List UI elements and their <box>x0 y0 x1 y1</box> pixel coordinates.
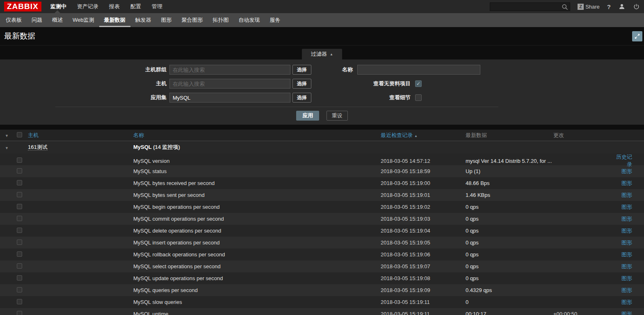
search-icon[interactable] <box>561 3 569 11</box>
table-row: MySQL bytes received per second 2018-03-… <box>0 177 644 189</box>
row-checkbox[interactable] <box>17 287 22 292</box>
filter-field-input[interactable] <box>169 79 290 89</box>
item-last-value: 0 qps <box>466 275 553 281</box>
top-nav-item[interactable]: 监测中 <box>50 3 66 10</box>
sub-nav-item[interactable]: 触发器 <box>130 13 156 27</box>
sub-nav-item[interactable]: 图形 <box>156 13 177 27</box>
reset-button[interactable]: 重设 <box>327 111 348 121</box>
item-last-value: 0 qps <box>466 216 553 222</box>
sub-nav-item[interactable]: 拓扑图 <box>208 13 234 27</box>
top-nav-item[interactable]: 管理 <box>152 3 162 10</box>
sub-nav-item[interactable]: 问题 <box>27 13 47 27</box>
name-filter-label: 名称 <box>311 66 357 73</box>
item-last-value: 0 qps <box>466 263 553 269</box>
item-last-check: 2018-03-05 15:19:09 <box>381 287 466 293</box>
row-checkbox[interactable] <box>17 275 22 281</box>
select-button[interactable]: 选择 <box>292 65 311 75</box>
item-history-link[interactable]: 图形 <box>621 204 632 210</box>
filter-field-input[interactable] <box>169 93 290 103</box>
table-row: MySQL version 2018-03-05 14:57:12 mysql … <box>0 153 644 165</box>
filter-divider <box>55 107 498 107</box>
item-history-link[interactable]: 图形 <box>621 287 632 293</box>
item-last-value: 0 qps <box>466 251 553 258</box>
item-history-link[interactable]: 图形 <box>621 192 632 198</box>
item-name: MySQL delete operations per second <box>133 228 381 234</box>
row-checkbox[interactable] <box>17 311 22 315</box>
show-details-checkbox[interactable]: ✓ <box>415 94 422 101</box>
item-last-check: 2018-03-05 15:18:59 <box>381 168 466 174</box>
top-nav-item[interactable]: 资产记录 <box>77 3 98 10</box>
sub-nav-item[interactable]: 概述 <box>47 13 68 27</box>
column-header-last-check[interactable]: 最近检查记录▲ <box>381 132 466 139</box>
item-history-link[interactable]: 图形 <box>621 275 632 281</box>
top-nav-item[interactable]: 配置 <box>130 3 141 10</box>
show-without-data-label: 查看无资料项目 <box>311 80 415 87</box>
active-menu-notch <box>55 10 60 13</box>
row-checkbox[interactable] <box>17 180 22 185</box>
sub-nav-item[interactable]: 聚合图形 <box>177 13 208 27</box>
filter-tab[interactable]: 过滤器 ▲ <box>302 49 342 59</box>
latest-data-table: ▼ 主机 名称 最近检查记录▲ 最新数据 更改 ▼ 161测试 MySQL (1… <box>0 130 644 315</box>
sub-nav-item[interactable]: 自动发现 <box>234 13 265 27</box>
item-history-link[interactable]: 图形 <box>621 216 632 222</box>
item-name: MySQL version <box>133 158 381 164</box>
filter-field-label: 主机 <box>55 80 169 87</box>
select-button[interactable]: 选择 <box>292 93 311 103</box>
search-input[interactable] <box>490 2 570 11</box>
sub-nav-item[interactable]: 服务 <box>265 13 285 27</box>
row-checkbox[interactable] <box>17 204 22 209</box>
item-history-link[interactable]: 图形 <box>621 311 632 315</box>
row-checkbox[interactable] <box>17 168 22 173</box>
top-nav-item[interactable]: 报表 <box>109 3 120 10</box>
row-checkbox[interactable] <box>17 263 22 269</box>
item-last-check: 2018-03-05 15:19:11 <box>381 299 466 305</box>
item-history-link[interactable]: 图形 <box>621 299 632 305</box>
item-last-check: 2018-03-05 15:19:11 <box>381 311 466 315</box>
item-history-link[interactable]: 图形 <box>621 251 632 258</box>
share-button[interactable]: Z Share <box>578 4 600 10</box>
item-last-check: 2018-03-05 15:19:02 <box>381 204 466 210</box>
sub-nav-item[interactable]: 仪表板 <box>1 13 27 27</box>
item-history-link[interactable]: 历史记录 <box>616 154 632 167</box>
item-history-link[interactable]: 图形 <box>621 263 632 269</box>
collapse-all-caret-icon[interactable]: ▼ <box>5 134 9 138</box>
filter-field-input[interactable] <box>169 65 290 75</box>
select-button[interactable]: 选择 <box>292 79 311 89</box>
table-row: MySQL bytes sent per second 2018-03-05 1… <box>0 189 644 201</box>
item-history-link[interactable]: 图形 <box>621 240 632 246</box>
table-row: MySQL delete operations per second 2018-… <box>0 225 644 237</box>
select-all-checkbox[interactable] <box>17 132 22 137</box>
column-header-host[interactable]: 主机 <box>28 132 133 139</box>
sub-nav-item[interactable]: 最新数据 <box>99 13 130 27</box>
item-history-link[interactable]: 图形 <box>621 168 632 174</box>
logout-button[interactable] <box>633 3 640 10</box>
host-link[interactable]: 161测试 <box>28 144 48 151</box>
help-button[interactable]: ? <box>607 3 611 10</box>
user-profile-button[interactable] <box>618 3 626 10</box>
fullscreen-button[interactable] <box>632 31 642 41</box>
filter-tab-row: 过滤器 ▲ <box>0 46 644 59</box>
item-last-value: 0 <box>466 299 553 305</box>
collapse-arrow-icon: ▲ <box>330 52 333 56</box>
row-checkbox[interactable] <box>17 192 22 197</box>
row-checkbox[interactable] <box>17 251 22 257</box>
filter-field-label: 应用集 <box>55 94 169 101</box>
item-last-value: 00:10:17 <box>466 311 553 315</box>
group-collapse-caret-icon[interactable]: ▼ <box>5 146 9 150</box>
apply-button[interactable]: 应用 <box>296 111 319 121</box>
row-checkbox[interactable] <box>17 216 22 221</box>
row-checkbox[interactable] <box>17 299 22 304</box>
item-history-link[interactable]: 图形 <box>621 180 632 186</box>
row-checkbox[interactable] <box>17 158 22 163</box>
row-checkbox[interactable] <box>17 228 22 233</box>
row-checkbox[interactable] <box>17 240 22 245</box>
table-header-row: ▼ 主机 名称 最近检查记录▲ 最新数据 更改 <box>0 130 644 141</box>
column-header-name[interactable]: 名称 <box>133 132 381 139</box>
application-group-row: ▼ 161测试 MySQL (14 监控项) <box>0 141 644 153</box>
sub-nav-item[interactable]: Web监测 <box>68 13 99 27</box>
item-last-value: 0 qps <box>466 204 553 210</box>
name-filter-input[interactable] <box>357 65 480 75</box>
item-history-link[interactable]: 图形 <box>621 228 632 234</box>
show-without-data-checkbox[interactable]: ✓ <box>415 80 422 87</box>
zabbix-logo[interactable]: ZABBIX <box>4 2 41 11</box>
